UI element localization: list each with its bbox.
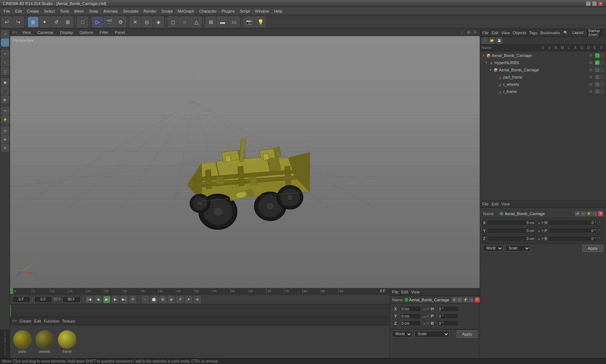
object-axis-button[interactable]: ✕ — [130, 17, 141, 27]
tool-object[interactable]: ◉ — [1, 96, 9, 103]
tool-move[interactable]: ↗ — [1, 30, 9, 38]
coord-layer-icon[interactable]: ◈ — [452, 297, 457, 302]
key-scale-button[interactable]: ◈ — [168, 296, 175, 303]
attr-world-dropdown[interactable]: World Local — [483, 245, 503, 252]
object-mode-button[interactable]: ◎ — [141, 17, 152, 27]
scene-menu-objects[interactable]: Objects — [513, 31, 526, 35]
minimize-button[interactable]: ─ — [586, 1, 591, 6]
key-all-button[interactable]: ✦ — [185, 296, 192, 303]
redo-button[interactable]: ↪ — [13, 17, 24, 27]
tool-select[interactable]: ↕ — [1, 39, 9, 46]
scene-item-r-wheels[interactable]: △ r_wheels — [480, 81, 606, 88]
coord-x-input[interactable] — [487, 220, 536, 226]
material-parts[interactable]: parts — [13, 330, 32, 354]
render-settings-button[interactable]: ⚙ — [115, 17, 126, 27]
coord-x-pos-input[interactable] — [400, 306, 421, 312]
auto-key-button[interactable]: ⬤ — [150, 296, 158, 303]
menu-character[interactable]: Character — [197, 8, 219, 14]
tool-brush[interactable]: ⚡ — [1, 115, 9, 123]
viewport-menu-cameras[interactable]: Cameras — [36, 30, 55, 35]
menu-file[interactable]: File — [1, 8, 12, 14]
coords-view-menu[interactable]: View — [411, 290, 420, 294]
scene-item-carriage[interactable]: ▼ 📦 Aerial_Bomb_Carriage — [480, 66, 606, 74]
menu-plugins[interactable]: Plugins — [220, 8, 237, 14]
menu-render[interactable]: Render — [141, 8, 159, 14]
menu-simulate[interactable]: Simulate — [121, 8, 141, 14]
tool-model[interactable]: ◼ — [1, 78, 9, 86]
menu-animate[interactable]: Animate — [101, 8, 120, 14]
coord-key-icon[interactable]: ⚡ — [463, 297, 468, 302]
attr-menu-file[interactable]: File — [482, 202, 489, 206]
scene-menu-bookmarks[interactable]: Bookmarks — [540, 31, 560, 35]
menu-create[interactable]: Create — [25, 8, 41, 14]
render-picture-viewer-button[interactable]: 🎬 — [104, 17, 114, 27]
coord-p-rot-input[interactable] — [438, 313, 458, 319]
attr-icon-anim[interactable]: ⚡ — [587, 211, 592, 216]
menu-help[interactable]: Help — [272, 8, 285, 14]
prev-frame-button[interactable]: ◀ — [95, 296, 102, 303]
viewport-menu-panel[interactable]: Panel — [114, 30, 127, 35]
add-sphere-button[interactable]: ○ — [179, 17, 190, 27]
end-frame-input[interactable] — [62, 296, 80, 303]
attr-icon-link[interactable]: ↔ — [592, 211, 597, 216]
close-button[interactable]: ✕ — [598, 1, 603, 6]
attr-menu-view[interactable]: View — [501, 202, 510, 206]
tool-edges[interactable]: ⌇ — [1, 58, 9, 66]
coord-b-rot-input[interactable] — [438, 320, 458, 326]
coord-link-icon[interactable]: ↔ — [469, 297, 474, 302]
coord-p-input[interactable] — [549, 228, 597, 234]
coord-del-icon[interactable]: ✕ — [475, 297, 480, 302]
viewport-expand-icon[interactable]: ↕ — [460, 30, 465, 35]
light-button[interactable]: 💡 — [255, 17, 266, 27]
move-tool-button[interactable]: ⊕ — [28, 17, 39, 27]
menu-mograph[interactable]: MoGraph — [175, 8, 196, 14]
attr-menu-edit[interactable]: Edit — [492, 202, 499, 206]
motion-path-button[interactable]: ⊕ — [194, 296, 201, 303]
coord-h-rot-input[interactable] — [438, 306, 458, 312]
menu-select[interactable]: Select — [42, 8, 57, 14]
menu-sculpt[interactable]: Sculpt — [159, 8, 175, 14]
scale-tool-button[interactable]: ⊞ — [62, 17, 73, 27]
apply-button[interactable]: Apply — [457, 330, 478, 338]
key-pos-button[interactable]: ⊞ — [159, 296, 166, 303]
scene-menu-edit[interactable]: Edit — [492, 31, 499, 35]
coord-transform-dropdown[interactable]: Scale Absolute Scale — [414, 331, 449, 337]
next-frame-button[interactable]: ▶ — [112, 296, 119, 303]
viewport-menu-options[interactable]: Options — [78, 30, 95, 35]
tool-deform[interactable]: ⊛ — [1, 126, 9, 134]
3d-viewport[interactable]: Perspective — [10, 36, 480, 288]
coords-edit-menu[interactable]: Edit — [401, 290, 408, 294]
attr-icon-del[interactable]: ✕ — [598, 211, 603, 216]
menu-window[interactable]: Window — [253, 8, 271, 14]
scene-expand-hypernurbs[interactable]: ▼ — [484, 61, 488, 65]
mat-menu-create[interactable]: Create — [19, 319, 31, 323]
render-region-button[interactable]: □ — [77, 17, 88, 27]
texture-mode-button[interactable]: ◈ — [153, 17, 164, 27]
record-button[interactable]: ● — [142, 296, 149, 303]
render-active-button[interactable]: ▷ — [92, 17, 103, 27]
tool-polys[interactable]: ◻ — [1, 67, 9, 75]
menu-mesh[interactable]: Mesh — [72, 8, 86, 14]
attr-icon-tag[interactable]: ▷ — [581, 211, 586, 216]
tool-sculpt[interactable]: ◈ — [1, 135, 9, 143]
material-frame[interactable]: frame — [58, 330, 76, 354]
viewport-menu-filter[interactable]: Filter — [98, 30, 110, 35]
scene-search-icon[interactable]: 🔍 — [563, 30, 568, 35]
mat-sphere-wheels[interactable] — [35, 330, 54, 349]
key-rot-button[interactable]: ↺ — [176, 296, 184, 303]
scene-item-root[interactable]: ▼ 📦 Aerial_Bomb_Carriage — [480, 52, 606, 59]
scene-expand-carriage[interactable]: ▼ — [489, 68, 492, 72]
viewport-menu-view[interactable]: View — [21, 30, 32, 35]
scene-item-r-frame[interactable]: △ r_frame — [480, 88, 606, 95]
scene-open-btn[interactable]: 📂 — [489, 37, 495, 44]
scene-menu-tags[interactable]: Tags — [529, 31, 537, 35]
grid-button[interactable]: ⊞ — [206, 17, 216, 27]
scene-save-btn[interactable]: 💾 — [496, 37, 502, 44]
mat-sphere-parts[interactable] — [13, 330, 32, 349]
viewport-fullscreen-icon[interactable]: ⊞ — [466, 30, 471, 35]
attr-icon-layer[interactable]: ◈ — [575, 211, 580, 216]
coord-z-pos-input[interactable] — [400, 320, 421, 326]
material-wheels[interactable]: wheels — [35, 330, 54, 354]
maximize-button[interactable]: □ — [592, 1, 597, 6]
scene-menu-file[interactable]: File — [482, 31, 489, 35]
